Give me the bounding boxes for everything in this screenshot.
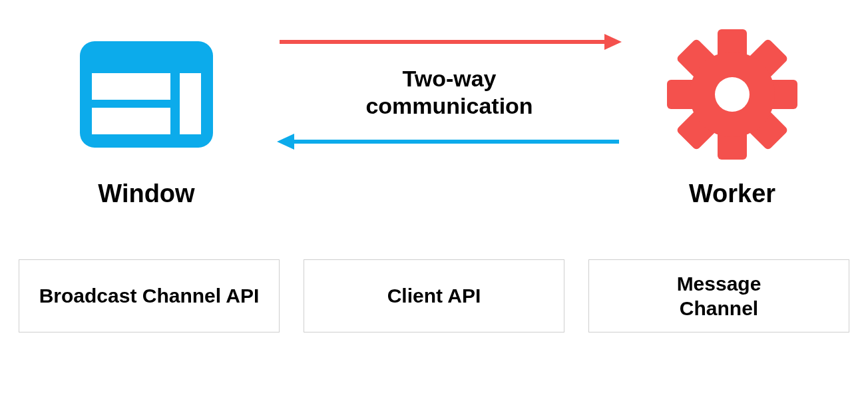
diagram-stage: Two-way communication Window Worker Broa… (0, 0, 868, 395)
gear-icon (666, 28, 799, 161)
center-label-line2: communication (365, 93, 533, 118)
box-label-line2: Channel (680, 297, 758, 319)
svg-marker-11 (604, 34, 622, 50)
window-icon-panel (92, 108, 170, 134)
window-label: Window (40, 180, 253, 208)
box-label-line1: Message (677, 273, 761, 295)
box-broadcast-channel-api: Broadcast Channel API (19, 259, 280, 332)
box-label: Client API (387, 283, 481, 309)
arrow-right-icon (280, 34, 622, 50)
worker-label: Worker (626, 180, 839, 208)
window-icon (80, 41, 213, 148)
window-icon-panel (92, 73, 170, 100)
center-label-line1: Two-way (402, 66, 496, 91)
box-message-channel: Message Channel (588, 259, 849, 332)
window-icon-panel (180, 73, 201, 134)
svg-point-9 (715, 77, 750, 112)
box-label: Message Channel (677, 271, 761, 321)
box-label: Broadcast Channel API (39, 283, 260, 309)
box-client-api: Client API (304, 259, 564, 332)
svg-marker-13 (277, 134, 294, 150)
arrow-left-icon (277, 134, 619, 150)
center-label: Two-way communication (273, 65, 626, 120)
